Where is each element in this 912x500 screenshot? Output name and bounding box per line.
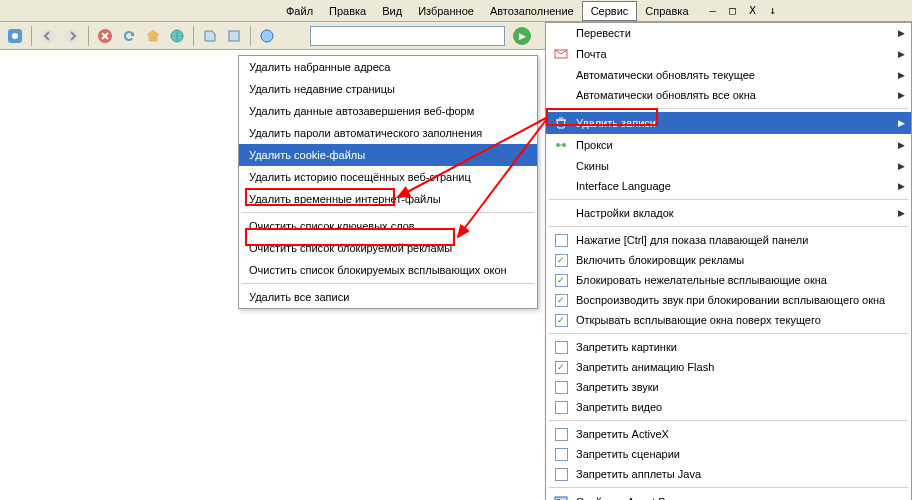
submenu-arrow-icon: ▶	[893, 28, 905, 38]
submenu-item[interactable]: Очистить список ключевых слов	[239, 215, 537, 237]
back-button[interactable]	[37, 25, 59, 47]
dropdown-item[interactable]: Скины▶	[546, 156, 911, 176]
submenu-arrow-icon: ▶	[893, 70, 905, 80]
checkbox-icon: ✓	[555, 254, 568, 267]
dropdown-item[interactable]: ✓Блокировать нежелательные всплывающие о…	[546, 270, 911, 290]
dropdown-item-label: Запретить апплеты Java	[572, 468, 905, 480]
dropdown-item-label: Автоматически обновлять все окна	[572, 89, 893, 101]
submenu-item[interactable]: Удалить cookie-файлы	[239, 144, 537, 166]
address-bar[interactable]	[310, 26, 505, 46]
svg-point-1	[41, 29, 55, 43]
checkbox-icon: ✓	[555, 314, 568, 327]
submenu-item[interactable]: Удалить данные автозавершения веб-форм	[239, 100, 537, 122]
proxy-icon	[550, 137, 572, 153]
submenu-arrow-icon: ▶	[893, 140, 905, 150]
svg-point-6	[261, 30, 273, 42]
checkbox-icon: ✓	[555, 361, 568, 374]
dropdown-item[interactable]: Запретить звуки	[546, 377, 911, 397]
dropdown-item[interactable]: Запретить апплеты Java	[546, 464, 911, 484]
menu-favorites[interactable]: Избранное	[410, 2, 482, 20]
toolbar-icon-3[interactable]	[256, 25, 278, 47]
toolbar-icon-2[interactable]	[223, 25, 245, 47]
checkbox-icon: ✓	[555, 274, 568, 287]
dropdown-item-label: Нажатие [Ctrl] для показа плавающей пане…	[572, 234, 905, 246]
submenu-item[interactable]: Удалить временные интернет-файлы	[239, 188, 537, 210]
menu-autofill[interactable]: Автозаполнение	[482, 2, 582, 20]
dropdown-item[interactable]: Автоматически обновлять текущее▶	[546, 65, 911, 85]
dropdown-item[interactable]: Запретить ActiveX	[546, 424, 911, 444]
refresh-button[interactable]	[118, 25, 140, 47]
dropdown-item[interactable]: Автоматически обновлять все окна▶	[546, 85, 911, 105]
menu-view[interactable]: Вид	[374, 2, 410, 20]
menubar: Файл Правка Вид Избранное Автозаполнение…	[0, 0, 912, 22]
dropdown-item-label: Запретить ActiveX	[572, 428, 905, 440]
dropdown-item-label: Настройки вкладок	[572, 207, 893, 219]
checkbox-icon	[555, 341, 568, 354]
dropdown-item[interactable]: Удалить записи▶	[546, 112, 911, 134]
checkbox-icon	[555, 234, 568, 247]
trash-icon	[550, 115, 572, 131]
dropdown-item[interactable]: ✓Запретить анимацию Flash	[546, 357, 911, 377]
home-button[interactable]	[142, 25, 164, 47]
checkbox-icon	[555, 468, 568, 481]
submenu-item[interactable]: Удалить историю посещённых веб-страниц	[239, 166, 537, 188]
dropdown-item-label: Запретить видео	[572, 401, 905, 413]
dropdown-separator	[549, 226, 908, 227]
restore-button[interactable]: □	[725, 4, 741, 18]
checkbox-icon	[555, 448, 568, 461]
menu-file[interactable]: Файл	[278, 2, 321, 20]
dropdown-item-label: Автоматически обновлять текущее	[572, 69, 893, 81]
settings-icon	[550, 494, 572, 500]
submenu-arrow-icon: ▶	[893, 181, 905, 191]
dropdown-item[interactable]: Перевести▶	[546, 23, 911, 43]
submenu-item[interactable]: Очистить список блокируемых всплывающих …	[239, 259, 537, 281]
dropdown-item[interactable]: Запретить видео	[546, 397, 911, 417]
submenu-arrow-icon: ▶	[893, 161, 905, 171]
window-controls: — □ X ↓	[705, 4, 781, 18]
dropdown-item[interactable]: ✓Воспроизводить звук при блокировании вс…	[546, 290, 911, 310]
dropdown-item[interactable]: Настройки вкладок▶	[546, 203, 911, 223]
checkbox-icon	[555, 428, 568, 441]
svg-point-9	[562, 143, 566, 147]
dropdown-item-label: Блокировать нежелательные всплывающие ок…	[572, 274, 905, 286]
dropdown-separator	[549, 487, 908, 488]
mail-icon	[550, 46, 572, 62]
menu-edit[interactable]: Правка	[321, 2, 374, 20]
expand-button[interactable]: ↓	[765, 4, 781, 18]
dropdown-item[interactable]: Свойства Avant Browser…	[546, 491, 911, 500]
stop-button[interactable]	[94, 25, 116, 47]
submenu-item[interactable]: Удалить недавние страницы	[239, 78, 537, 100]
submenu-separator	[242, 283, 534, 284]
forward-button[interactable]	[61, 25, 83, 47]
submenu-item[interactable]: Удалить пароли автоматического заполнени…	[239, 122, 537, 144]
checkbox-icon: ✓	[555, 294, 568, 307]
go-button[interactable]: ▶	[511, 25, 533, 47]
dropdown-item[interactable]: Прокси▶	[546, 134, 911, 156]
svg-rect-5	[229, 31, 239, 41]
submenu-item[interactable]: Удалить набранные адреса	[239, 56, 537, 78]
dropdown-item[interactable]: Запретить картинки	[546, 337, 911, 357]
dropdown-item[interactable]: ✓Включить блокировщик рекламы	[546, 250, 911, 270]
toolbar-icon-1[interactable]	[199, 25, 221, 47]
dropdown-item[interactable]: Interface Language▶	[546, 176, 911, 196]
dropdown-separator	[549, 199, 908, 200]
dropdown-item-label: Скины	[572, 160, 893, 172]
globe-button[interactable]	[166, 25, 188, 47]
dropdown-item-label: Воспроизводить звук при блокировании всп…	[572, 294, 905, 306]
delete-records-submenu: Удалить набранные адресаУдалить недавние…	[238, 55, 538, 309]
menu-service[interactable]: Сервис	[582, 1, 638, 21]
app-logo-icon[interactable]	[4, 25, 26, 47]
dropdown-item[interactable]: ✓Открывать всплывающие окна поверх текущ…	[546, 310, 911, 330]
minimize-button[interactable]: —	[705, 4, 721, 18]
submenu-item[interactable]: Удалить все записи	[239, 286, 537, 308]
dropdown-item[interactable]: Запретить сценарии	[546, 444, 911, 464]
close-button[interactable]: X	[745, 4, 761, 18]
dropdown-item[interactable]: Нажатие [Ctrl] для показа плавающей пане…	[546, 230, 911, 250]
dropdown-separator	[549, 108, 908, 109]
dropdown-separator	[549, 420, 908, 421]
submenu-item[interactable]: Очистить список блокируемой рекламы	[239, 237, 537, 259]
dropdown-item[interactable]: Почта▶	[546, 43, 911, 65]
menu-help[interactable]: Справка	[637, 2, 696, 20]
submenu-arrow-icon: ▶	[893, 208, 905, 218]
dropdown-item-label: Удалить записи	[572, 117, 893, 129]
